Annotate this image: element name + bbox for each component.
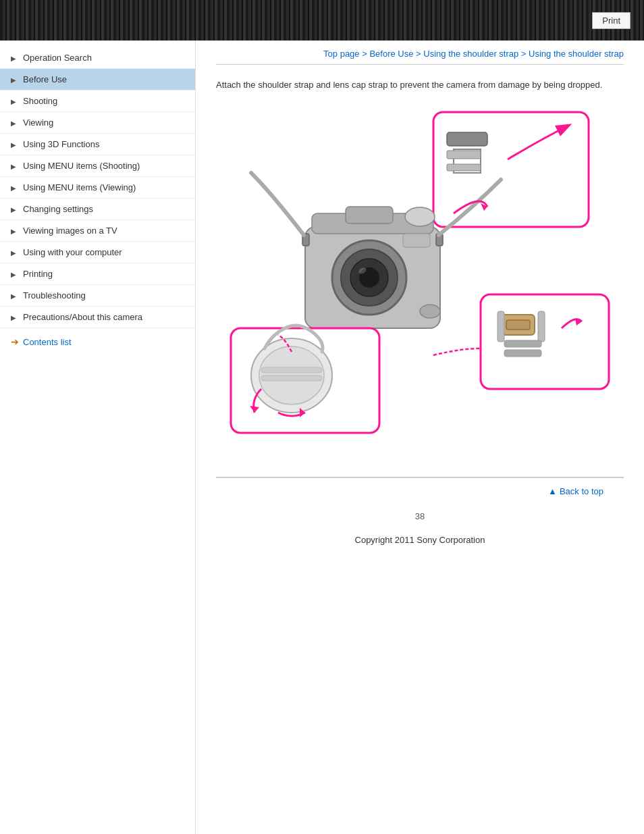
sidebar-item-label: Using MENU items (Viewing) [23,182,136,192]
sidebar-item-label: Viewing [23,118,53,128]
page-number: 38 [216,504,624,528]
sidebar-item-label: Troubleshooting [23,290,86,301]
arrow-icon: ▶ [11,76,18,83]
sidebar-item-menu-viewing[interactable]: ▶Using MENU items (Viewing) [0,177,195,199]
breadcrumb-top-page[interactable]: Top page [323,49,360,59]
sidebar-item-label: Before Use [23,74,67,84]
sidebar-item-menu-shooting[interactable]: ▶Using MENU items (Shooting) [0,155,195,177]
svg-rect-3 [447,151,481,159]
contents-list-link[interactable]: ➔ Contents list [0,328,195,355]
copyright: Copyright 2011 Sony Corporation [216,528,624,552]
contents-list-label: Contents list [23,337,72,347]
svg-rect-8 [346,207,393,224]
svg-rect-32 [504,350,541,357]
sidebar-item-computer[interactable]: ▶Using with your computer [0,242,195,263]
triangle-up-icon: ▲ [548,486,557,496]
breadcrumb-shoulder-strap-1[interactable]: Using the shoulder strap [423,49,518,59]
arrow-icon: ▶ [11,228,18,234]
content-area: Top page > Before Use > Using the should… [196,41,644,834]
arrow-right-icon: ➔ [11,336,19,347]
sidebar-item-before-use[interactable]: ▶Before Use [0,69,195,90]
sidebar-item-label: Changing settings [23,204,93,214]
sidebar: ▶Operation Search▶Before Use▶Shooting▶Vi… [0,41,196,834]
svg-rect-29 [498,311,504,342]
back-to-top-link[interactable]: ▲ Back to top [548,486,603,496]
arrow-icon: ▶ [11,120,18,126]
sidebar-item-printing[interactable]: ▶Printing [0,263,195,285]
sidebar-item-label: Operation Search [23,53,92,63]
content-description: Attach the shoulder strap and lens cap s… [216,78,624,92]
bottom-section: ▲ Back to top 38 Copyright 2011 Sony Cor… [216,477,624,552]
sidebar-item-operation-search[interactable]: ▶Operation Search [0,47,195,69]
arrow-icon: ▶ [11,163,18,170]
sidebar-item-label: Using with your computer [23,247,122,257]
breadcrumb: Top page > Before Use > Using the should… [216,41,624,65]
sidebar-item-troubleshooting[interactable]: ▶Troubleshooting [0,285,195,307]
sidebar-item-viewing-tv[interactable]: ▶Viewing images on a TV [0,220,195,242]
sidebar-item-label: Using 3D Functions [23,139,99,149]
sidebar-item-label: Using MENU items (Shooting) [23,161,140,171]
svg-rect-22 [261,367,322,373]
arrow-icon: ▶ [11,314,18,321]
sidebar-item-precautions[interactable]: ▶Precautions/About this camera [0,307,195,328]
header-bar: Print [0,0,644,41]
svg-point-7 [405,207,435,226]
svg-rect-1 [447,132,487,146]
footer-bar: ▲ Back to top [216,477,624,504]
back-to-top-label: Back to top [560,486,603,496]
arrow-icon: ▶ [11,249,18,256]
sidebar-item-using-3d[interactable]: ▶Using 3D Functions [0,134,195,155]
illustration [216,105,624,457]
main-container: ▶Operation Search▶Before Use▶Shooting▶Vi… [0,41,644,834]
sidebar-item-viewing[interactable]: ▶Viewing [0,112,195,134]
arrow-icon: ▶ [11,206,18,213]
print-button[interactable]: Print [592,12,630,29]
arrow-icon: ▶ [11,55,18,61]
breadcrumb-shoulder-strap-2[interactable]: Using the shoulder strap [529,49,624,59]
sidebar-item-changing-settings[interactable]: ▶Changing settings [0,199,195,220]
svg-rect-4 [447,164,481,171]
svg-rect-28 [506,320,530,330]
arrow-icon: ▶ [11,271,18,278]
arrow-icon: ▶ [11,141,18,148]
sidebar-item-label: Shooting [23,96,57,106]
breadcrumb-before-use[interactable]: Before Use [369,49,413,59]
sidebar-item-label: Precautions/About this camera [23,312,142,322]
svg-point-18 [420,305,440,318]
shoulder-strap-diagram [224,105,616,457]
svg-rect-30 [538,311,545,342]
arrow-icon: ▶ [11,292,18,299]
svg-rect-17 [403,234,430,247]
arrow-icon: ▶ [11,184,18,191]
sidebar-item-label: Printing [23,269,53,279]
arrow-icon: ▶ [11,98,18,105]
sidebar-item-shooting[interactable]: ▶Shooting [0,90,195,112]
sidebar-item-label: Viewing images on a TV [23,226,117,236]
svg-rect-23 [261,375,322,381]
svg-rect-31 [504,340,541,347]
